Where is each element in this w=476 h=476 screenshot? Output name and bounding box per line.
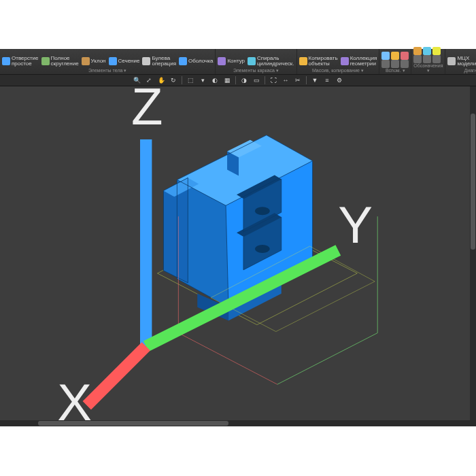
ribbon-contour[interactable]: Контур bbox=[218, 56, 245, 67]
mini-render[interactable]: ◐ bbox=[209, 75, 220, 86]
mini-filter[interactable]: ▼ bbox=[309, 75, 320, 86]
ribbon-aux-1[interactable] bbox=[381, 52, 390, 60]
mini-fullscreen[interactable]: ⛶ bbox=[268, 75, 279, 86]
ribbon-copy-obj-icon bbox=[299, 57, 307, 65]
viewport-3d[interactable]: Z Y X bbox=[0, 86, 476, 426]
ribbon-aux-3[interactable] bbox=[401, 52, 409, 60]
mini-measure[interactable]: ↔ bbox=[280, 75, 291, 86]
svg-text:Z: Z bbox=[131, 86, 163, 135]
ribbon-section-icon bbox=[109, 57, 117, 65]
mini-settings[interactable]: ⚙ bbox=[334, 75, 345, 86]
ribbon-small-btn[interactable] bbox=[423, 55, 431, 63]
ribbon-geom-coll-icon bbox=[341, 57, 349, 65]
mini-layers[interactable]: ≡ bbox=[322, 75, 333, 86]
ribbon-annot-1[interactable] bbox=[413, 47, 422, 55]
ribbon-full-fillet-icon bbox=[41, 57, 50, 65]
ribbon-annot-3[interactable] bbox=[432, 47, 441, 55]
ribbon-draft-icon bbox=[82, 57, 90, 65]
mini-wire[interactable]: ▦ bbox=[222, 75, 233, 86]
ribbon-spiral[interactable]: Спиральцилиндрическ. bbox=[248, 56, 294, 67]
ribbon-small-btn[interactable] bbox=[432, 55, 441, 63]
scrollbar-horizontal[interactable] bbox=[0, 420, 476, 426]
ribbon-boolean[interactable]: Булеваоперация bbox=[142, 56, 176, 67]
ribbon-group-label: Диагностика ▾ bbox=[447, 68, 476, 73]
mini-pan[interactable]: ✋ bbox=[156, 75, 167, 86]
mini-separator bbox=[265, 76, 265, 84]
svg-text:Y: Y bbox=[338, 196, 373, 254]
ribbon-hole-simple-icon bbox=[2, 57, 10, 65]
mini-toolbar: 🔍⤢✋↻⬚▾◐▦◑▭⛶↔✂▼≡⚙ bbox=[0, 75, 476, 86]
ribbon-small-btn[interactable] bbox=[391, 60, 399, 68]
ribbon-boolean-icon bbox=[142, 57, 150, 65]
svg-line-20 bbox=[87, 346, 146, 405]
svg-line-19 bbox=[146, 250, 339, 346]
mini-section[interactable]: ✂ bbox=[292, 75, 303, 86]
ribbon-annot-2[interactable] bbox=[423, 47, 431, 55]
ribbon-small-btn[interactable] bbox=[401, 60, 409, 68]
ribbon-group-label: Элементы тела ▾ bbox=[2, 68, 213, 73]
app-window: ОтверстиепростоеПолноескруглениеУклонСеч… bbox=[0, 49, 476, 426]
mini-iso-cube[interactable]: ⬚ bbox=[185, 75, 196, 86]
ribbon-group-label: Обозначения ▾ bbox=[413, 63, 443, 73]
ribbon-group-label: Массив, копирование ▾ bbox=[299, 68, 377, 73]
mini-zoom-out[interactable]: ⤢ bbox=[143, 75, 154, 86]
mini-separator bbox=[306, 76, 307, 84]
mini-persp[interactable]: ▭ bbox=[251, 75, 262, 86]
ribbon-full-fillet[interactable]: Полноескругление bbox=[41, 56, 79, 67]
mini-separator bbox=[182, 76, 182, 84]
mini-views[interactable]: ▾ bbox=[197, 75, 208, 86]
mini-shade[interactable]: ◑ bbox=[239, 75, 250, 86]
ribbon-small-btn[interactable] bbox=[381, 60, 390, 68]
ribbon-group: КонтурСпиральцилиндрическ.Элементы карка… bbox=[216, 49, 296, 74]
ribbon-group: Обозначения ▾ bbox=[411, 49, 445, 74]
ribbon-spiral-icon bbox=[248, 57, 256, 65]
ribbon-group: ОтверстиепростоеПолноескруглениеУклонСеч… bbox=[0, 49, 216, 74]
mini-rotate[interactable]: ↻ bbox=[168, 75, 179, 86]
svg-text:X: X bbox=[57, 373, 92, 420]
ribbon-small-btn[interactable] bbox=[413, 55, 422, 63]
ribbon-group-label: Вспом. ▾ bbox=[381, 68, 409, 73]
ribbon-shell[interactable]: Оболочка bbox=[179, 56, 213, 67]
ribbon-geom-coll[interactable]: Коллекциягеометрии bbox=[341, 56, 377, 67]
ribbon-toolbar: ОтверстиепростоеПолноескруглениеУклонСеч… bbox=[0, 49, 476, 75]
ribbon-mcx-icon bbox=[447, 57, 456, 65]
ribbon-shell-icon bbox=[179, 57, 187, 65]
ribbon-group: КопироватьобъектыКоллекциягеометрииМасси… bbox=[297, 49, 380, 74]
ribbon-copy-obj[interactable]: Копироватьобъекты bbox=[299, 56, 338, 67]
mini-separator bbox=[235, 76, 236, 84]
ribbon-hole-simple[interactable]: Отверстиепростое bbox=[2, 56, 39, 67]
ribbon-group: Вспом. ▾ bbox=[379, 49, 411, 74]
ribbon-section[interactable]: Сечение bbox=[109, 56, 140, 67]
axis-triad[interactable]: Z Y X bbox=[4, 86, 476, 420]
ribbon-group-label: Элементы каркаса ▾ bbox=[218, 68, 294, 73]
ribbon-mcx[interactable]: МЦХмодели bbox=[447, 56, 476, 67]
ribbon-group: МЦХмоделиГрафиккривизныДиагностика ▾ bbox=[445, 49, 476, 74]
ribbon-contour-icon bbox=[218, 57, 226, 65]
ribbon-aux-2[interactable] bbox=[391, 52, 399, 60]
mini-zoom-in[interactable]: 🔍 bbox=[131, 75, 142, 86]
ribbon-draft[interactable]: Уклон bbox=[82, 56, 106, 67]
